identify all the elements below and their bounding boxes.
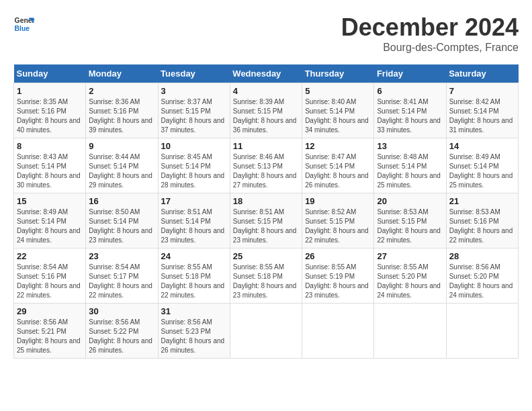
day-number: 9 — [89, 141, 154, 151]
day-number: 12 — [305, 141, 371, 151]
day-cell: 20Sunrise: 8:53 AM Sunset: 5:15 PM Dayli… — [374, 193, 446, 248]
day-info: Sunrise: 8:49 AM Sunset: 5:14 PM Dayligh… — [449, 152, 515, 190]
day-number: 1 — [17, 86, 83, 96]
col-wednesday: Wednesday — [230, 64, 302, 83]
day-number: 10 — [161, 141, 227, 151]
day-number: 4 — [233, 86, 299, 96]
day-number: 21 — [449, 196, 515, 206]
header-row: Sunday Monday Tuesday Wednesday Thursday… — [14, 64, 519, 83]
day-number: 24 — [161, 251, 227, 261]
day-cell: 16Sunrise: 8:50 AM Sunset: 5:14 PM Dayli… — [86, 193, 158, 248]
day-info: Sunrise: 8:40 AM Sunset: 5:14 PM Dayligh… — [305, 97, 371, 135]
day-number: 15 — [17, 196, 83, 206]
day-cell: 5Sunrise: 8:40 AM Sunset: 5:14 PM Daylig… — [302, 83, 374, 138]
day-number: 30 — [89, 306, 154, 316]
day-cell: 17Sunrise: 8:51 AM Sunset: 5:14 PM Dayli… — [158, 193, 230, 248]
col-monday: Monday — [86, 64, 158, 83]
day-info: Sunrise: 8:55 AM Sunset: 5:19 PM Dayligh… — [305, 263, 371, 300]
day-number: 20 — [377, 196, 443, 206]
day-cell: 12Sunrise: 8:47 AM Sunset: 5:14 PM Dayli… — [302, 138, 374, 193]
day-number: 29 — [17, 306, 83, 316]
day-cell: 18Sunrise: 8:51 AM Sunset: 5:15 PM Dayli… — [230, 193, 302, 248]
empty-cell — [374, 304, 446, 359]
day-info: Sunrise: 8:54 AM Sunset: 5:17 PM Dayligh… — [89, 263, 154, 300]
day-info: Sunrise: 8:56 AM Sunset: 5:23 PM Dayligh… — [161, 318, 227, 355]
title-area: December 2024 Bourg-des-Comptes, France — [341, 13, 519, 54]
day-number: 26 — [305, 251, 371, 261]
day-number: 18 — [233, 196, 299, 206]
day-info: Sunrise: 8:51 AM Sunset: 5:14 PM Dayligh… — [161, 208, 227, 245]
day-number: 19 — [305, 196, 371, 206]
day-number: 7 — [449, 86, 515, 96]
empty-cell — [230, 304, 302, 359]
day-info: Sunrise: 8:43 AM Sunset: 5:14 PM Dayligh… — [17, 152, 83, 190]
logo-icon: General Blue — [13, 13, 35, 35]
calendar-table: Sunday Monday Tuesday Wednesday Thursday… — [13, 64, 519, 359]
day-number: 11 — [233, 141, 299, 151]
day-number: 13 — [377, 141, 443, 151]
day-number: 17 — [161, 196, 227, 206]
day-cell: 11Sunrise: 8:46 AM Sunset: 5:13 PM Dayli… — [230, 138, 302, 193]
day-number: 6 — [377, 86, 443, 96]
day-info: Sunrise: 8:49 AM Sunset: 5:14 PM Dayligh… — [17, 208, 83, 245]
day-cell: 2Sunrise: 8:36 AM Sunset: 5:16 PM Daylig… — [86, 83, 158, 138]
day-cell: 30Sunrise: 8:56 AM Sunset: 5:22 PM Dayli… — [86, 304, 158, 359]
day-number: 14 — [449, 141, 515, 151]
day-info: Sunrise: 8:52 AM Sunset: 5:15 PM Dayligh… — [305, 208, 371, 245]
svg-text:Blue: Blue — [15, 25, 30, 32]
day-cell: 19Sunrise: 8:52 AM Sunset: 5:15 PM Dayli… — [302, 193, 374, 248]
day-number: 5 — [305, 86, 371, 96]
day-info: Sunrise: 8:55 AM Sunset: 5:18 PM Dayligh… — [233, 263, 299, 300]
day-number: 28 — [449, 251, 515, 261]
calendar-row: 8Sunrise: 8:43 AM Sunset: 5:14 PM Daylig… — [14, 138, 519, 193]
day-cell: 3Sunrise: 8:37 AM Sunset: 5:15 PM Daylig… — [158, 83, 230, 138]
day-cell: 8Sunrise: 8:43 AM Sunset: 5:14 PM Daylig… — [14, 138, 86, 193]
calendar-row: 29Sunrise: 8:56 AM Sunset: 5:21 PM Dayli… — [14, 304, 519, 359]
col-friday: Friday — [374, 64, 446, 83]
day-number: 22 — [17, 251, 83, 261]
day-info: Sunrise: 8:41 AM Sunset: 5:14 PM Dayligh… — [377, 97, 443, 135]
day-info: Sunrise: 8:55 AM Sunset: 5:18 PM Dayligh… — [161, 263, 227, 300]
col-thursday: Thursday — [302, 64, 374, 83]
day-info: Sunrise: 8:46 AM Sunset: 5:13 PM Dayligh… — [233, 152, 299, 190]
day-number: 3 — [161, 86, 227, 96]
day-info: Sunrise: 8:48 AM Sunset: 5:14 PM Dayligh… — [377, 152, 443, 190]
day-info: Sunrise: 8:53 AM Sunset: 5:15 PM Dayligh… — [377, 208, 443, 245]
day-cell: 28Sunrise: 8:56 AM Sunset: 5:20 PM Dayli… — [446, 248, 518, 304]
day-number: 16 — [89, 196, 154, 206]
day-info: Sunrise: 8:56 AM Sunset: 5:22 PM Dayligh… — [89, 318, 154, 355]
day-cell: 23Sunrise: 8:54 AM Sunset: 5:17 PM Dayli… — [86, 248, 158, 304]
day-info: Sunrise: 8:56 AM Sunset: 5:20 PM Dayligh… — [449, 263, 515, 300]
calendar-row: 22Sunrise: 8:54 AM Sunset: 5:16 PM Dayli… — [14, 248, 519, 304]
col-tuesday: Tuesday — [158, 64, 230, 83]
day-cell: 25Sunrise: 8:55 AM Sunset: 5:18 PM Dayli… — [230, 248, 302, 304]
day-info: Sunrise: 8:44 AM Sunset: 5:14 PM Dayligh… — [89, 152, 154, 190]
day-cell: 31Sunrise: 8:56 AM Sunset: 5:23 PM Dayli… — [158, 304, 230, 359]
calendar-row: 15Sunrise: 8:49 AM Sunset: 5:14 PM Dayli… — [14, 193, 519, 248]
day-cell: 13Sunrise: 8:48 AM Sunset: 5:14 PM Dayli… — [374, 138, 446, 193]
day-number: 27 — [377, 251, 443, 261]
day-info: Sunrise: 8:35 AM Sunset: 5:16 PM Dayligh… — [17, 97, 83, 135]
day-info: Sunrise: 8:37 AM Sunset: 5:15 PM Dayligh… — [161, 97, 227, 135]
day-cell: 7Sunrise: 8:42 AM Sunset: 5:14 PM Daylig… — [446, 83, 518, 138]
day-cell: 24Sunrise: 8:55 AM Sunset: 5:18 PM Dayli… — [158, 248, 230, 304]
day-info: Sunrise: 8:53 AM Sunset: 5:16 PM Dayligh… — [449, 208, 515, 245]
day-cell: 29Sunrise: 8:56 AM Sunset: 5:21 PM Dayli… — [14, 304, 86, 359]
col-sunday: Sunday — [14, 64, 86, 83]
day-number: 23 — [89, 251, 154, 261]
header: General Blue December 2024 Bourg-des-Com… — [13, 13, 519, 54]
day-cell: 27Sunrise: 8:55 AM Sunset: 5:20 PM Dayli… — [374, 248, 446, 304]
day-info: Sunrise: 8:50 AM Sunset: 5:14 PM Dayligh… — [89, 208, 154, 245]
empty-cell — [446, 304, 518, 359]
day-info: Sunrise: 8:54 AM Sunset: 5:16 PM Dayligh… — [17, 263, 83, 300]
day-info: Sunrise: 8:56 AM Sunset: 5:21 PM Dayligh… — [17, 318, 83, 355]
day-cell: 14Sunrise: 8:49 AM Sunset: 5:14 PM Dayli… — [446, 138, 518, 193]
day-number: 8 — [17, 141, 83, 151]
month-title: December 2024 — [341, 13, 519, 42]
day-number: 25 — [233, 251, 299, 261]
col-saturday: Saturday — [446, 64, 518, 83]
empty-cell — [302, 304, 374, 359]
day-cell: 22Sunrise: 8:54 AM Sunset: 5:16 PM Dayli… — [14, 248, 86, 304]
calendar-row: 1Sunrise: 8:35 AM Sunset: 5:16 PM Daylig… — [14, 83, 519, 138]
day-cell: 4Sunrise: 8:39 AM Sunset: 5:15 PM Daylig… — [230, 83, 302, 138]
